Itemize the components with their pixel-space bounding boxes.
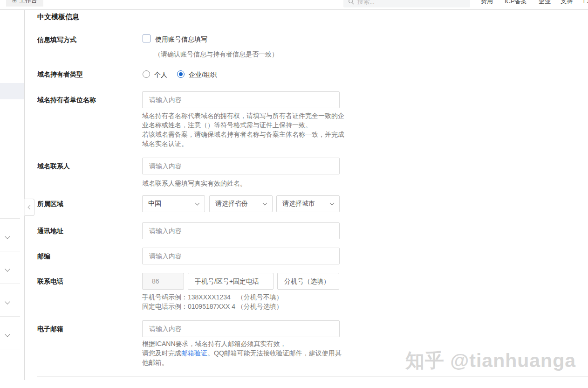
contact-input[interactable] bbox=[142, 158, 340, 174]
chevron-down-icon bbox=[330, 201, 335, 206]
sidebar-divider bbox=[0, 316, 20, 317]
label-zipcode: 邮编 bbox=[37, 252, 50, 261]
chevron-down-icon bbox=[195, 201, 200, 206]
chevron-down-icon bbox=[5, 332, 10, 337]
search-input[interactable] bbox=[357, 0, 455, 5]
email-help-prefix: 请您及时完成 bbox=[142, 349, 181, 357]
sidebar-divider bbox=[0, 349, 20, 349]
address-input[interactable] bbox=[142, 222, 340, 239]
label-email: 电子邮箱 bbox=[37, 325, 63, 333]
topbar-menu-enterprise[interactable]: 企业 bbox=[539, 0, 551, 6]
sidebar bbox=[0, 10, 25, 380]
city-select-placeholder: 请选择城市 bbox=[282, 200, 315, 208]
label-phone: 联系电话 bbox=[37, 277, 63, 286]
label-contact: 域名联系人 bbox=[37, 162, 70, 171]
section-divider bbox=[37, 376, 588, 377]
chevron-down-icon bbox=[5, 266, 10, 271]
search-box[interactable] bbox=[343, 0, 470, 7]
email-verify-link[interactable]: 邮箱验证 bbox=[181, 349, 207, 357]
workbench-label: 工作台 bbox=[19, 0, 37, 5]
sidebar-section-toggle-2[interactable] bbox=[6, 264, 14, 271]
holder-name-help-line: 域名持有者名称代表域名的拥有权，请填写与所有者证件完全一致的企业名称或姓名，注意… bbox=[142, 111, 345, 130]
email-help-line1: 根据ICANN要求，域名持有人邮箱必须真实有效， bbox=[142, 339, 345, 348]
label-address: 通讯地址 bbox=[37, 227, 63, 236]
radio-personal[interactable] bbox=[143, 70, 150, 78]
email-input[interactable] bbox=[142, 320, 340, 337]
phone-help-line: 固定电话示例：01095187XXX 4 （分机号选填） bbox=[142, 302, 356, 311]
label-holder-name: 域名持有者单位名称 bbox=[37, 96, 96, 104]
email-help: 根据ICANN要求，域名持有人邮箱必须真实有效， 请您及时完成邮箱验证。QQ邮箱… bbox=[142, 339, 345, 367]
email-help-line2: 请您及时完成邮箱验证。QQ邮箱可能无法接收验证邮件，建议使用其他邮箱。 bbox=[142, 348, 345, 367]
use-account-info-checkbox[interactable] bbox=[143, 35, 150, 42]
country-select[interactable]: 中国 bbox=[142, 195, 205, 212]
province-select[interactable]: 请选择省份 bbox=[209, 195, 273, 212]
country-select-value: 中国 bbox=[148, 200, 161, 208]
holder-name-help-line: 若该域名需备案，请确保域名持有者名称与备案主体名称一致，并完成域名实名认证。 bbox=[142, 130, 345, 148]
city-select[interactable]: 请选择城市 bbox=[276, 195, 340, 212]
page-title: 中文模板信息 bbox=[37, 13, 79, 21]
topbar-menu-billing[interactable]: 费用 bbox=[481, 0, 493, 6]
topbar-menu-ticket[interactable]: 工单 bbox=[581, 0, 588, 6]
zipcode-input[interactable] bbox=[142, 248, 340, 264]
search-icon bbox=[348, 0, 354, 5]
chevron-down-icon bbox=[5, 234, 10, 239]
sidebar-collapse-handle[interactable] bbox=[24, 199, 34, 216]
workbench-tab[interactable]: ⊞ 工作台 bbox=[6, 0, 43, 7]
topbar-menu-icp[interactable]: ICP备案 bbox=[505, 0, 527, 6]
contact-help: 域名联系人需填写真实有效的姓名。 bbox=[142, 179, 345, 188]
sidebar-section-toggle-4[interactable] bbox=[6, 330, 14, 336]
sidebar-divider bbox=[0, 284, 20, 284]
fill-method-note: （请确认账号信息与持有者信息是否一致） bbox=[154, 49, 278, 59]
top-bar: ⊞ 工作台 费用 ICP备案 企业 支持 工单 bbox=[0, 0, 588, 10]
use-account-info-label[interactable]: 使用账号信息填写 bbox=[155, 35, 207, 44]
holder-name-help: 域名持有者名称代表域名的拥有权，请填写与所有者证件完全一致的企业名称或姓名，注意… bbox=[142, 111, 345, 148]
chevron-left-icon bbox=[28, 205, 33, 210]
phone-help-line: 手机号码示例：138XXXX1234 （分机号不填） bbox=[142, 292, 356, 302]
holder-name-input[interactable] bbox=[142, 91, 340, 108]
label-region: 所属区域 bbox=[37, 200, 63, 208]
radio-enterprise[interactable] bbox=[177, 70, 185, 78]
console-page: ⊞ 工作台 费用 ICP备案 企业 支持 工单 中文模板信息 信息填 bbox=[0, 0, 588, 388]
sidebar-divider bbox=[0, 251, 20, 251]
sidebar-selected-item[interactable] bbox=[0, 83, 24, 99]
country-code-input bbox=[142, 273, 184, 290]
radio-enterprise-label[interactable]: 企业/组织 bbox=[189, 71, 217, 79]
chevron-down-icon bbox=[5, 299, 10, 304]
chevron-down-icon bbox=[263, 201, 267, 206]
phone-help: 手机号码示例：138XXXX1234 （分机号不填） 固定电话示例：010951… bbox=[142, 292, 356, 311]
label-fill-method: 信息填写方式 bbox=[37, 36, 76, 44]
sidebar-section-toggle-3[interactable] bbox=[6, 297, 14, 304]
phone-number-input[interactable] bbox=[188, 273, 273, 290]
sidebar-section-toggle-1[interactable] bbox=[6, 232, 14, 238]
sidebar-divider bbox=[0, 218, 20, 219]
province-select-placeholder: 请选择省份 bbox=[215, 200, 248, 208]
label-holder-type: 域名持有者类型 bbox=[37, 70, 83, 79]
topbar-menu-support[interactable]: 支持 bbox=[561, 0, 573, 6]
watermark: 知乎 @tianhuanga bbox=[405, 348, 576, 374]
phone-ext-input[interactable] bbox=[277, 273, 339, 290]
grid-icon: ⊞ bbox=[12, 0, 17, 3]
radio-personal-label[interactable]: 个人 bbox=[154, 71, 167, 79]
